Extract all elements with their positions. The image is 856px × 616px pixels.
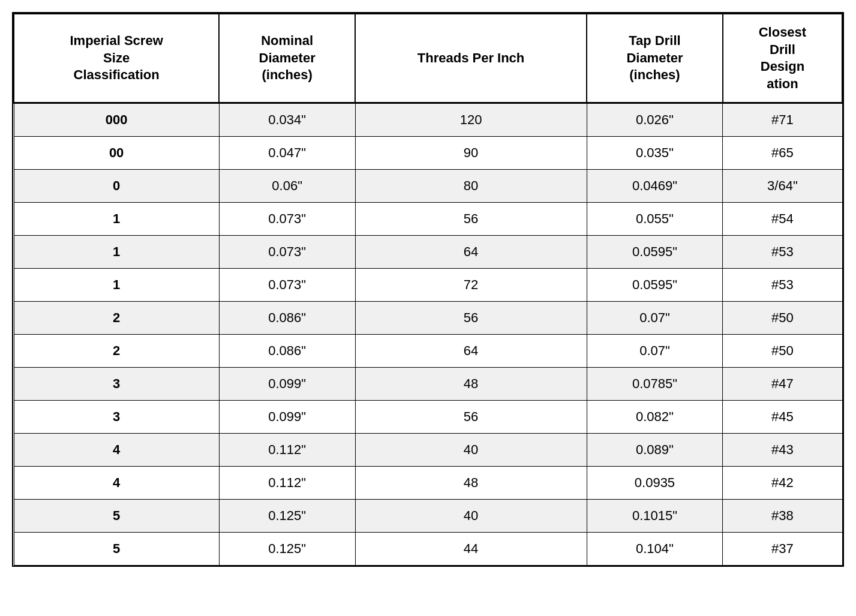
col-header-drill-designation: ClosestDrillDesignation xyxy=(723,14,842,103)
cell-classification: 00 xyxy=(14,137,219,170)
cell-classification: 0 xyxy=(14,170,219,203)
cell-classification: 4 xyxy=(14,434,219,467)
cell-nominal-diameter: 0.047" xyxy=(219,137,355,170)
cell-drill-designation: #50 xyxy=(723,335,842,368)
table-row: 20.086"560.07"#50 xyxy=(14,302,842,335)
cell-drill-designation: #37 xyxy=(723,533,842,566)
table-row: 30.099"560.082"#45 xyxy=(14,401,842,434)
cell-classification: 000 xyxy=(14,103,219,137)
cell-threads: 72 xyxy=(355,269,587,302)
cell-tap-drill: 0.1015" xyxy=(587,500,723,533)
cell-threads: 48 xyxy=(355,368,587,401)
cell-drill-designation: #65 xyxy=(723,137,842,170)
cell-classification: 2 xyxy=(14,335,219,368)
cell-classification: 1 xyxy=(14,203,219,236)
cell-nominal-diameter: 0.125" xyxy=(219,533,355,566)
table-row: 20.086"640.07"#50 xyxy=(14,335,842,368)
cell-drill-designation: #42 xyxy=(723,467,842,500)
cell-classification: 4 xyxy=(14,467,219,500)
table-row: 30.099"480.0785"#47 xyxy=(14,368,842,401)
table-row: 40.112"480.0935#42 xyxy=(14,467,842,500)
cell-threads: 80 xyxy=(355,170,587,203)
cell-tap-drill: 0.07" xyxy=(587,335,723,368)
cell-nominal-diameter: 0.086" xyxy=(219,335,355,368)
cell-nominal-diameter: 0.073" xyxy=(219,269,355,302)
cell-classification: 3 xyxy=(14,368,219,401)
screw-size-table: Imperial ScrewSizeClassification Nominal… xyxy=(13,13,843,566)
cell-classification: 5 xyxy=(14,533,219,566)
cell-nominal-diameter: 0.099" xyxy=(219,368,355,401)
cell-classification: 1 xyxy=(14,236,219,269)
cell-classification: 5 xyxy=(14,500,219,533)
cell-tap-drill: 0.0595" xyxy=(587,236,723,269)
cell-drill-designation: #47 xyxy=(723,368,842,401)
cell-tap-drill: 0.0469" xyxy=(587,170,723,203)
cell-threads: 64 xyxy=(355,335,587,368)
cell-nominal-diameter: 0.034" xyxy=(219,103,355,137)
cell-threads: 64 xyxy=(355,236,587,269)
cell-drill-designation: #53 xyxy=(723,269,842,302)
cell-threads: 56 xyxy=(355,401,587,434)
cell-nominal-diameter: 0.073" xyxy=(219,203,355,236)
cell-nominal-diameter: 0.112" xyxy=(219,467,355,500)
cell-threads: 44 xyxy=(355,533,587,566)
cell-threads: 120 xyxy=(355,103,587,137)
table-row: 000.047"900.035"#65 xyxy=(14,137,842,170)
cell-threads: 56 xyxy=(355,302,587,335)
cell-nominal-diameter: 0.073" xyxy=(219,236,355,269)
col-header-tap-drill: Tap DrillDiameter(inches) xyxy=(587,14,723,103)
cell-drill-designation: #38 xyxy=(723,500,842,533)
table-row: 0000.034"1200.026"#71 xyxy=(14,103,842,137)
col-header-threads: Threads Per Inch xyxy=(355,14,587,103)
cell-tap-drill: 0.089" xyxy=(587,434,723,467)
cell-drill-designation: #71 xyxy=(723,103,842,137)
cell-drill-designation: #43 xyxy=(723,434,842,467)
cell-threads: 40 xyxy=(355,434,587,467)
table-row: 10.073"640.0595"#53 xyxy=(14,236,842,269)
table-row: 50.125"400.1015"#38 xyxy=(14,500,842,533)
cell-tap-drill: 0.082" xyxy=(587,401,723,434)
cell-nominal-diameter: 0.112" xyxy=(219,434,355,467)
table-body: 0000.034"1200.026"#71000.047"900.035"#65… xyxy=(14,103,842,566)
cell-threads: 90 xyxy=(355,137,587,170)
cell-nominal-diameter: 0.086" xyxy=(219,302,355,335)
cell-tap-drill: 0.0785" xyxy=(587,368,723,401)
cell-nominal-diameter: 0.06" xyxy=(219,170,355,203)
table-row: 10.073"560.055"#54 xyxy=(14,203,842,236)
table-row: 40.112"400.089"#43 xyxy=(14,434,842,467)
cell-classification: 3 xyxy=(14,401,219,434)
cell-nominal-diameter: 0.099" xyxy=(219,401,355,434)
cell-drill-designation: #50 xyxy=(723,302,842,335)
cell-tap-drill: 0.026" xyxy=(587,103,723,137)
cell-tap-drill: 0.055" xyxy=(587,203,723,236)
table-row: 50.125"440.104"#37 xyxy=(14,533,842,566)
cell-tap-drill: 0.104" xyxy=(587,533,723,566)
table-row: 00.06"800.0469"3/64" xyxy=(14,170,842,203)
col-header-classification: Imperial ScrewSizeClassification xyxy=(14,14,219,103)
screw-size-table-container: Imperial ScrewSizeClassification Nominal… xyxy=(12,12,844,567)
cell-tap-drill: 0.0595" xyxy=(587,269,723,302)
cell-drill-designation: #53 xyxy=(723,236,842,269)
table-header-row: Imperial ScrewSizeClassification Nominal… xyxy=(14,14,842,103)
cell-tap-drill: 0.0935 xyxy=(587,467,723,500)
cell-classification: 1 xyxy=(14,269,219,302)
cell-threads: 48 xyxy=(355,467,587,500)
cell-drill-designation: 3/64" xyxy=(723,170,842,203)
cell-threads: 56 xyxy=(355,203,587,236)
table-row: 10.073"720.0595"#53 xyxy=(14,269,842,302)
cell-tap-drill: 0.07" xyxy=(587,302,723,335)
col-header-nominal-diameter: NominalDiameter(inches) xyxy=(219,14,355,103)
cell-drill-designation: #45 xyxy=(723,401,842,434)
cell-drill-designation: #54 xyxy=(723,203,842,236)
cell-threads: 40 xyxy=(355,500,587,533)
cell-tap-drill: 0.035" xyxy=(587,137,723,170)
cell-classification: 2 xyxy=(14,302,219,335)
cell-nominal-diameter: 0.125" xyxy=(219,500,355,533)
